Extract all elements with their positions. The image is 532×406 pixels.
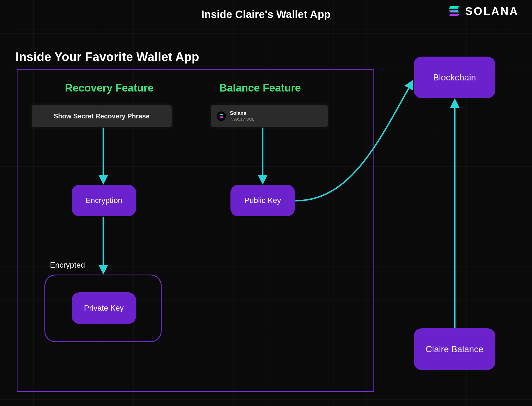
node-claire-balance: Claire Balance <box>414 328 495 370</box>
solana-mark-icon <box>448 6 460 17</box>
node-public-key-label: Public Key <box>244 196 281 205</box>
node-public-key: Public Key <box>230 185 295 216</box>
brand-logo: SOLANA <box>448 5 519 17</box>
node-blockchain: Blockchain <box>414 57 495 98</box>
node-claire-balance-label: Claire Balance <box>426 344 483 354</box>
node-private-key: Private Key <box>72 292 136 324</box>
node-private-key-label: Private Key <box>84 304 124 313</box>
feature-title-balance: Balance Feature <box>219 82 301 94</box>
brand-wordmark: SOLANA <box>465 5 519 17</box>
node-blockchain-label: Blockchain <box>433 72 476 83</box>
page-title: Inside Claire's Wallet App <box>201 9 330 21</box>
header: Inside Claire's Wallet App <box>0 0 532 29</box>
balance-coin-amount: 7.99517 SOL <box>230 117 254 122</box>
recovery-phrase-card: Show Secret Recovery Phrase <box>32 105 172 127</box>
encrypted-label: Encrypted <box>50 261 85 270</box>
node-encryption: Encryption <box>72 185 136 216</box>
node-encryption-label: Encryption <box>86 196 122 205</box>
feature-title-recovery: Recovery Feature <box>65 82 154 94</box>
solana-coin-icon <box>217 111 226 121</box>
header-divider <box>16 29 516 29</box>
recovery-phrase-label: Show Secret Recovery Phrase <box>54 112 150 120</box>
balance-coin-name: Solana <box>230 111 254 116</box>
balance-card: Solana 7.99517 SOL <box>211 105 328 127</box>
section-title: Inside Your Favorite Wallet App <box>16 50 199 64</box>
